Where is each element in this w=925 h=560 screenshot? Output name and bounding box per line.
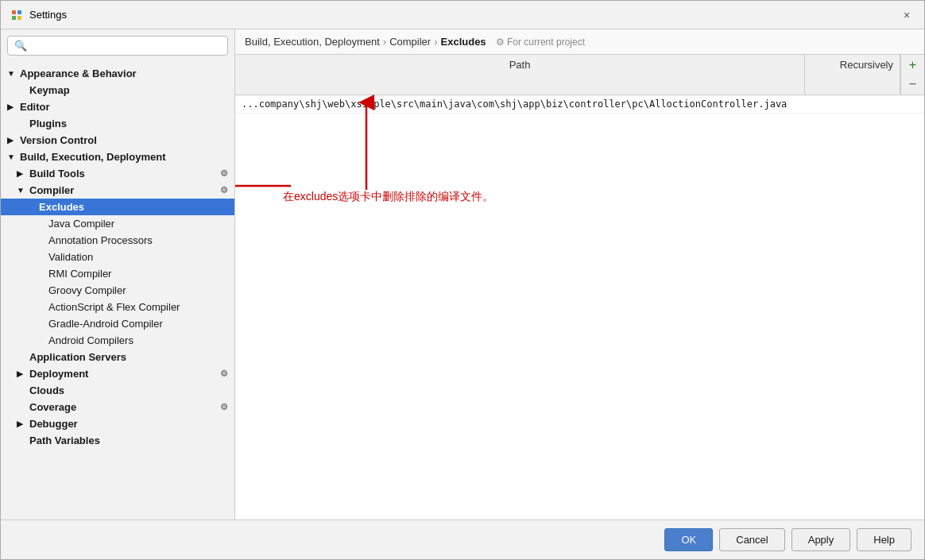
sidebar-label-actionscript-compiler: ActionScript & Flex Compiler bbox=[48, 301, 228, 313]
settings-icon-build-tools: ⚙ bbox=[220, 168, 228, 179]
excludes-table-body: ...company\shj\web\xsimple\src\main\java… bbox=[235, 95, 924, 519]
title-bar-left: Settings bbox=[10, 9, 67, 21]
sidebar-item-android-compilers[interactable]: Android Compilers bbox=[1, 332, 234, 349]
sidebar-label-excludes: Excludes bbox=[39, 201, 228, 213]
svg-rect-2 bbox=[12, 16, 16, 20]
settings-icon-compiler: ⚙ bbox=[220, 185, 228, 195]
sidebar-item-build-execution[interactable]: ▼Build, Execution, Deployment bbox=[1, 149, 234, 165]
path-column-header: Path bbox=[235, 55, 805, 95]
close-button[interactable]: × bbox=[899, 7, 915, 23]
sidebar-item-annotation-processors[interactable]: Annotation Processors bbox=[1, 232, 234, 249]
settings-icon-deployment: ⚙ bbox=[220, 369, 228, 379]
sidebar-item-rmi-compiler[interactable]: RMI Compiler bbox=[1, 265, 234, 282]
dialog-title: Settings bbox=[29, 9, 67, 21]
tree-arrow-compiler: ▼ bbox=[17, 186, 26, 195]
sidebar-item-actionscript-compiler[interactable]: ActionScript & Flex Compiler bbox=[1, 299, 234, 315]
sidebar-label-path-variables: Path Variables bbox=[29, 434, 228, 446]
sidebar-label-android-compilers: Android Compilers bbox=[48, 334, 228, 346]
sidebar-label-compiler: Compiler bbox=[29, 184, 217, 196]
sidebar-label-coverage: Coverage bbox=[29, 401, 217, 413]
apply-button[interactable]: Apply bbox=[791, 528, 851, 551]
sidebar-item-debugger[interactable]: ▶Debugger bbox=[1, 415, 234, 432]
remove-exclude-button[interactable]: − bbox=[904, 75, 922, 93]
sidebar-item-keymap[interactable]: Keymap bbox=[1, 82, 234, 98]
svg-rect-3 bbox=[17, 16, 21, 20]
sidebar-label-editor: Editor bbox=[20, 101, 228, 113]
sidebar-label-java-compiler: Java Compiler bbox=[48, 218, 228, 230]
bottom-bar: OK Cancel Apply Help bbox=[1, 519, 924, 559]
sidebar-item-editor[interactable]: ▶Editor bbox=[1, 98, 234, 115]
sidebar-label-appearance: Appearance & Behavior bbox=[20, 68, 228, 79]
path-cell: ...company\shj\web\xsimple\src\main\java… bbox=[235, 95, 805, 113]
sidebar-item-compiler[interactable]: ▼Compiler⚙ bbox=[1, 182, 234, 199]
sidebar-item-clouds[interactable]: Clouds bbox=[1, 382, 234, 399]
table-row[interactable]: ...company\shj\web\xsimple\src\main\java… bbox=[235, 95, 924, 114]
tree-arrow-editor: ▶ bbox=[7, 102, 17, 111]
sidebar-item-gradle-android[interactable]: Gradle-Android Compiler bbox=[1, 315, 234, 332]
ok-button[interactable]: OK bbox=[664, 528, 713, 551]
content-area: ▼Appearance & BehaviorKeymap▶EditorPlugi… bbox=[1, 29, 924, 519]
settings-dialog: Settings × ▼Appearance & BehaviorKeymap▶… bbox=[0, 0, 925, 560]
app-icon bbox=[10, 9, 23, 21]
sidebar-label-deployment: Deployment bbox=[29, 368, 217, 380]
tree-arrow-debugger: ▶ bbox=[17, 419, 26, 428]
breadcrumb-part2: Compiler bbox=[389, 36, 431, 48]
main-panel: Build, Execution, Deployment › Compiler … bbox=[235, 29, 924, 519]
tree-arrow-appearance: ▼ bbox=[7, 69, 17, 78]
sidebar-label-keymap: Keymap bbox=[29, 84, 228, 96]
recursively-cell bbox=[805, 101, 900, 107]
sidebar-item-appearance[interactable]: ▼Appearance & Behavior bbox=[1, 65, 234, 82]
sidebar: ▼Appearance & BehaviorKeymap▶EditorPlugi… bbox=[1, 29, 235, 519]
breadcrumb-sep2: › bbox=[434, 36, 437, 48]
svg-rect-1 bbox=[17, 10, 21, 14]
sidebar-label-application-servers: Application Servers bbox=[29, 351, 228, 363]
sidebar-item-plugins[interactable]: Plugins bbox=[1, 115, 234, 132]
sidebar-label-validation: Validation bbox=[48, 251, 228, 263]
sidebar-item-excludes[interactable]: Excludes bbox=[1, 199, 234, 215]
sidebar-label-rmi-compiler: RMI Compiler bbox=[48, 268, 228, 280]
settings-icon-coverage: ⚙ bbox=[220, 402, 228, 412]
table-header: Path Recursively + − bbox=[235, 55, 924, 95]
sidebar-item-groovy-compiler[interactable]: Groovy Compiler bbox=[1, 282, 234, 299]
tree-arrow-version-control: ▶ bbox=[7, 136, 17, 145]
sidebar-label-build-tools: Build Tools bbox=[29, 168, 217, 180]
sidebar-item-validation[interactable]: Validation bbox=[1, 249, 234, 265]
tree-arrow-deployment: ▶ bbox=[17, 369, 26, 378]
breadcrumb: Build, Execution, Deployment › Compiler … bbox=[235, 29, 924, 55]
sidebar-item-java-compiler[interactable]: Java Compiler bbox=[1, 215, 234, 232]
breadcrumb-current: Excludes bbox=[441, 36, 486, 48]
sidebar-label-plugins: Plugins bbox=[29, 118, 228, 129]
sidebar-item-path-variables[interactable]: Path Variables bbox=[1, 432, 234, 449]
settings-tree: ▼Appearance & BehaviorKeymap▶EditorPlugi… bbox=[1, 62, 234, 519]
svg-rect-0 bbox=[12, 10, 16, 14]
recursively-column-header: Recursively bbox=[805, 55, 900, 95]
tree-arrow-build-execution: ▼ bbox=[7, 153, 17, 161]
sidebar-label-gradle-android: Gradle-Android Compiler bbox=[48, 318, 228, 330]
breadcrumb-sep1: › bbox=[383, 36, 386, 48]
sidebar-label-version-control: Version Control bbox=[20, 134, 228, 146]
breadcrumb-note: ⚙ For current project bbox=[496, 37, 585, 48]
add-exclude-button[interactable]: + bbox=[904, 56, 922, 74]
help-button[interactable]: Help bbox=[857, 528, 911, 551]
tree-arrow-build-tools: ▶ bbox=[17, 169, 26, 178]
sidebar-item-deployment[interactable]: ▶Deployment⚙ bbox=[1, 365, 234, 382]
search-input[interactable] bbox=[7, 36, 228, 56]
title-bar: Settings × bbox=[1, 1, 924, 29]
sidebar-label-annotation-processors: Annotation Processors bbox=[48, 234, 228, 246]
sidebar-label-clouds: Clouds bbox=[29, 384, 228, 396]
sidebar-item-application-servers[interactable]: Application Servers bbox=[1, 349, 234, 365]
sidebar-item-coverage[interactable]: Coverage⚙ bbox=[1, 399, 234, 415]
sidebar-item-version-control[interactable]: ▶Version Control bbox=[1, 132, 234, 149]
sidebar-item-build-tools[interactable]: ▶Build Tools⚙ bbox=[1, 165, 234, 182]
cancel-button[interactable]: Cancel bbox=[719, 528, 784, 551]
excludes-table-area: Path Recursively + − ...company\shj\web\… bbox=[235, 55, 924, 519]
breadcrumb-part1: Build, Execution, Deployment bbox=[245, 36, 380, 48]
sidebar-label-groovy-compiler: Groovy Compiler bbox=[48, 284, 228, 296]
sidebar-label-debugger: Debugger bbox=[29, 418, 228, 430]
sidebar-label-build-execution: Build, Execution, Deployment bbox=[20, 151, 228, 163]
